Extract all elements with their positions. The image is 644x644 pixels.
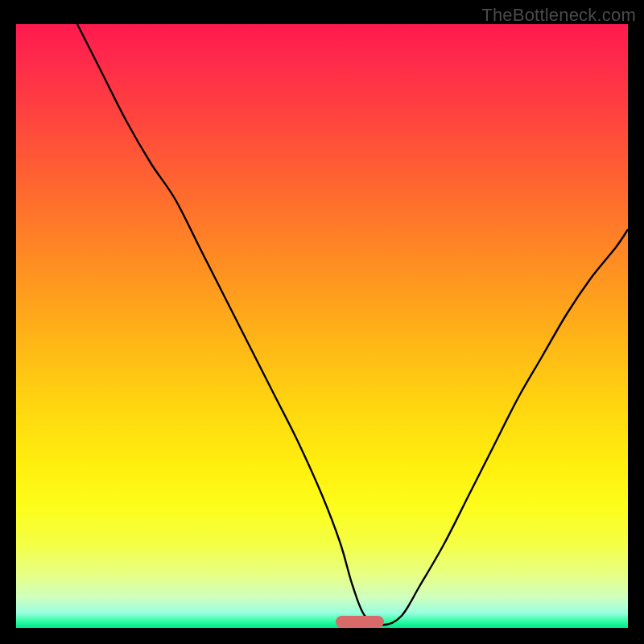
optimum-marker <box>336 616 384 628</box>
watermark-text: TheBottleneck.com <box>481 5 636 26</box>
chart-frame: TheBottleneck.com <box>0 0 644 644</box>
bottleneck-curve <box>16 24 628 628</box>
curve-path <box>77 24 628 625</box>
plot-area <box>16 24 628 628</box>
